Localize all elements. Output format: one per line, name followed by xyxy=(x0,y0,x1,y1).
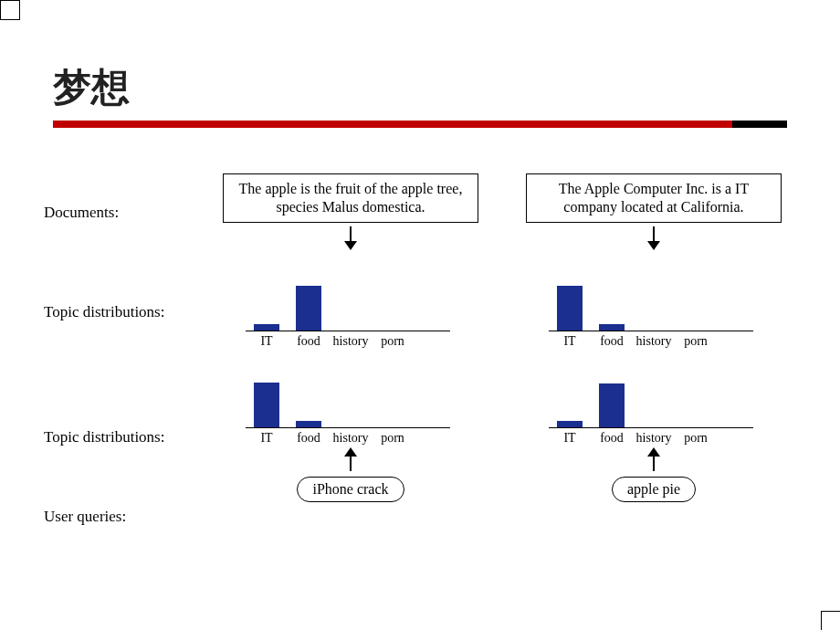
chart-category-label: IT xyxy=(246,331,288,349)
page-title: 梦想 xyxy=(53,62,805,113)
chart-category-label: history xyxy=(633,428,675,446)
chart-category-label: food xyxy=(591,428,633,446)
chart-category-label: food xyxy=(591,331,633,349)
chart-category-label: history xyxy=(633,331,675,349)
svg-marker-1 xyxy=(344,241,357,250)
arrow-down-icon xyxy=(341,226,361,250)
arrow-down-icon xyxy=(644,226,664,250)
doc-left-cell: The apple is the fruit of the apple tree… xyxy=(208,173,493,252)
chart-category-label: porn xyxy=(372,331,414,349)
document-box-left: The apple is the fruit of the apple tree… xyxy=(223,173,478,223)
label-documents: Documents: xyxy=(44,204,190,222)
content-grid: Documents: The apple is the fruit of the… xyxy=(44,173,796,526)
chart-doc-right: ITfoodhistoryporn xyxy=(511,276,796,349)
chart-category-label: history xyxy=(330,428,372,446)
label-topic-dist-1: Topic distributions: xyxy=(44,303,190,321)
slide: 梦想 Documents: The apple is the fruit of … xyxy=(0,0,840,630)
query-box-left: iPhone crack xyxy=(297,477,404,502)
chart-category-label: IT xyxy=(246,428,288,446)
doc-right-cell: The Apple Computer Inc. is a IT company … xyxy=(511,173,796,252)
chart-category-label: porn xyxy=(675,428,717,446)
arrow-up-icon xyxy=(644,447,664,471)
title-rule xyxy=(53,121,787,128)
corner-decor-top-left xyxy=(0,0,20,20)
chart-query-right: ITfoodhistoryporn apple pie xyxy=(511,373,796,502)
corner-decor-bottom-right xyxy=(821,611,840,630)
query-box-right: apple pie xyxy=(612,477,696,502)
chart-category-label: porn xyxy=(675,331,717,349)
chart-category-label: IT xyxy=(549,331,591,349)
chart-query-left: ITfoodhistoryporn iPhone crack xyxy=(208,373,493,502)
label-topic-dist-2: Topic distributions: xyxy=(44,428,190,446)
chart-category-label: food xyxy=(288,428,330,446)
arrow-up-icon xyxy=(341,447,361,471)
chart-category-label: porn xyxy=(372,428,414,446)
svg-marker-3 xyxy=(647,241,660,250)
chart-doc-left: ITfoodhistoryporn xyxy=(208,276,493,349)
chart-category-label: IT xyxy=(549,428,591,446)
document-box-right: The Apple Computer Inc. is a IT company … xyxy=(526,173,782,223)
label-user-queries: User queries: xyxy=(44,508,190,526)
chart-category-label: food xyxy=(288,331,330,349)
chart-category-label: history xyxy=(330,331,372,349)
